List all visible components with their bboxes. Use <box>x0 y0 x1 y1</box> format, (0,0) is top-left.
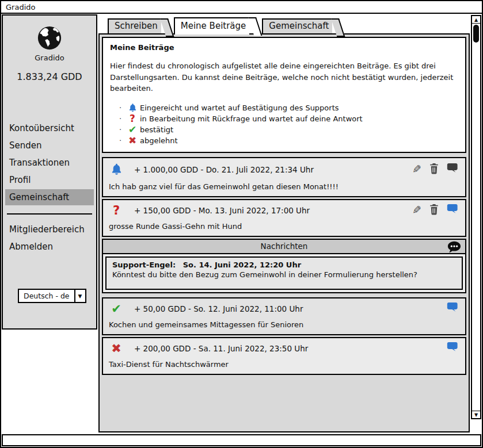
comment-icon[interactable] <box>447 342 459 355</box>
sidebar-item-transaktionen[interactable]: Transaktionen <box>5 155 94 171</box>
sidebar: Gradido 1.833,24 GDD Kontoübersicht Send… <box>2 14 97 330</box>
window-title: Gradido <box>6 3 35 12</box>
amount-and-date: + 200,00 GDD - Sa. 11. Juni 2022, 23:50 … <box>134 344 308 353</box>
brand-label: Gradido <box>3 53 96 62</box>
delete-icon[interactable] <box>429 163 439 177</box>
row-actions <box>447 302 459 315</box>
amount-and-date: + 150,00 GDD - Mo. 13. Juni 2022, 17:00 … <box>134 206 310 215</box>
messages-section: Nachrichten Support-Engel: So. 14. Juni … <box>102 239 466 293</box>
contribution-description: Taxi-Dienst für Nachtschwärmer <box>103 359 465 374</box>
legend-text: bestätigt <box>140 125 173 134</box>
contribution-row: ✔ + 50,00 GDD - So. 12. Juni 2022, 11:00… <box>102 297 466 335</box>
chat-ellipsis-icon[interactable] <box>447 240 462 256</box>
sidebar-item-mitgliederbereich[interactable]: Mitgliederbereich <box>5 221 94 238</box>
vertical-scrollbar[interactable]: ▲ ▼ <box>471 15 481 419</box>
sidebar-nav: Kontoübersicht Senden Transaktionen Prof… <box>3 120 96 205</box>
contribution-head: ? + 150,00 GDD - Mo. 13. Juni 2022, 17:0… <box>103 200 465 221</box>
status-legend: · Eingereicht und wartet auf Bestätigung… <box>110 102 458 146</box>
legend-item-rueckfrage: · ? in Bearbeitung mit Rückfrage und war… <box>110 113 458 124</box>
contribution-head: + 1.000,00 GDD - Do. 21. Juli 2022, 21:3… <box>103 158 465 181</box>
sidebar-item-senden[interactable]: Senden <box>5 137 94 154</box>
tabs-row: Schreiben Meine Beiträge Gemeinschaft <box>98 16 470 33</box>
cross-icon: ✖ <box>108 342 125 355</box>
comment-icon[interactable] <box>447 204 459 217</box>
globe-icon <box>3 25 96 51</box>
scrollbar-thumb[interactable] <box>473 25 479 43</box>
messages-header: Nachrichten <box>102 239 466 254</box>
edit-icon[interactable]: ✎ <box>412 205 421 216</box>
scroll-down-icon[interactable]: ▼ <box>472 411 480 418</box>
legend-item-abgelehnt: · ✖ abgelehnt <box>110 135 458 146</box>
question-icon: ? <box>108 204 125 217</box>
content-panel: Meine Beiträge Hier findest du chronolog… <box>98 33 470 432</box>
app-window: Gradido Gradido 1.833,24 GDD Kont <box>0 0 483 448</box>
balance-amount: 1.833,24 GDD <box>3 71 96 82</box>
check-icon: ✔ <box>108 302 125 316</box>
legend-text: abgelehnt <box>140 136 178 145</box>
contribution-description: Kochen und gemeinsames Mittagessen für S… <box>103 319 465 334</box>
edit-icon[interactable]: ✎ <box>412 164 421 175</box>
amount-and-date: + 1.000,00 GDD - Do. 21. Juli 2022, 21:3… <box>134 165 314 174</box>
dropdown-arrow-icon[interactable]: ▼ <box>74 290 85 302</box>
bell-icon <box>125 103 140 113</box>
sidebar-item-kontouebersicht[interactable]: Kontoübersicht <box>5 120 94 136</box>
bell-icon <box>108 163 125 176</box>
amount-and-date: + 50,00 GDD - So. 12. Juni 2022, 11:00 U… <box>134 304 303 313</box>
legend-text: Eingereicht und wartet auf Bestätigung d… <box>140 104 339 112</box>
sidebar-divider <box>7 213 92 215</box>
sidebar-item-abmelden[interactable]: Abmelden <box>5 239 94 255</box>
messages-body: Support-Engel: So. 14. Juni 2022, 12:20 … <box>102 254 466 293</box>
question-icon: ? <box>125 113 140 124</box>
sidebar-item-gemeinschaft[interactable]: Gemeinschaft <box>5 189 94 205</box>
tab-gemeinschaft[interactable]: Gemeinschaft <box>262 18 332 35</box>
message-text: Könntest du bitte den Bezug zum Gemeinwo… <box>112 270 456 279</box>
message-item: Support-Engel: So. 14. Juni 2022, 12:20 … <box>105 256 463 290</box>
row-actions: ✎ <box>412 204 459 217</box>
row-actions <box>447 342 459 355</box>
app-body: Gradido 1.833,24 GDD Kontoübersicht Send… <box>1 14 482 433</box>
row-actions: ✎ <box>412 163 459 177</box>
scroll-up-icon[interactable]: ▲ <box>472 16 480 24</box>
contribution-row: + 1.000,00 GDD - Do. 21. Juli 2022, 21:3… <box>102 157 466 197</box>
messages-header-label: Nachrichten <box>261 242 308 251</box>
bullet: · <box>119 104 125 112</box>
horizontal-scrollbar[interactable] <box>2 434 481 446</box>
contribution-head: ✖ + 200,00 GDD - Sa. 11. Juni 2022, 23:5… <box>103 338 465 359</box>
comment-icon[interactable] <box>447 302 459 315</box>
language-select[interactable]: Deutsch - de ▼ <box>18 289 86 303</box>
delete-icon[interactable] <box>429 204 439 217</box>
message-sender: Support-Engel: <box>112 261 176 269</box>
check-icon: ✔ <box>125 124 140 135</box>
bullet: · <box>119 136 125 145</box>
brand: Gradido <box>3 25 96 62</box>
tab-schreiben[interactable]: Schreiben <box>108 18 161 35</box>
page-title: Meine Beiträge <box>110 43 458 52</box>
comment-icon[interactable] <box>447 163 459 176</box>
message-datetime: So. 14. Juni 2022, 12:20 Uhr <box>183 261 301 269</box>
intro-text: Hier findest du chronologisch aufgeliste… <box>110 60 455 94</box>
tab-meine-beitraege[interactable]: Meine Beiträge <box>174 17 250 35</box>
main-area: Schreiben Meine Beiträge Gemeinschaft Me… <box>98 16 470 432</box>
window-titlebar: Gradido <box>1 1 482 14</box>
bullet: · <box>119 114 125 123</box>
contribution-description: Ich hab ganz viel für das Gemeinwohl get… <box>103 181 465 196</box>
legend-item-eingereicht: · Eingereicht und wartet auf Bestätigung… <box>110 102 458 113</box>
contribution-head: ✔ + 50,00 GDD - So. 12. Juni 2022, 11:00… <box>103 298 465 319</box>
contribution-row: ✖ + 200,00 GDD - Sa. 11. Juni 2022, 23:5… <box>102 337 466 375</box>
legend-item-bestaetigt: · ✔ bestätigt <box>110 124 458 135</box>
sidebar-nav-secondary: Mitgliederbereich Abmelden <box>3 221 96 255</box>
contribution-row: ? + 150,00 GDD - Mo. 13. Juni 2022, 17:0… <box>102 199 466 237</box>
legend-text: in Bearbeitung mit Rückfrage und wartet … <box>140 114 363 123</box>
bullet: · <box>119 125 125 134</box>
sidebar-item-profil[interactable]: Profil <box>5 172 94 188</box>
intro-box: Meine Beiträge Hier findest du chronolog… <box>102 37 466 153</box>
cross-icon: ✖ <box>125 135 140 146</box>
contribution-description: grosse Runde Gassi-Gehn mit Hund <box>103 221 465 236</box>
message-meta: Support-Engel: So. 14. Juni 2022, 12:20 … <box>112 261 456 269</box>
language-selected-value: Deutsch - de <box>19 290 74 302</box>
